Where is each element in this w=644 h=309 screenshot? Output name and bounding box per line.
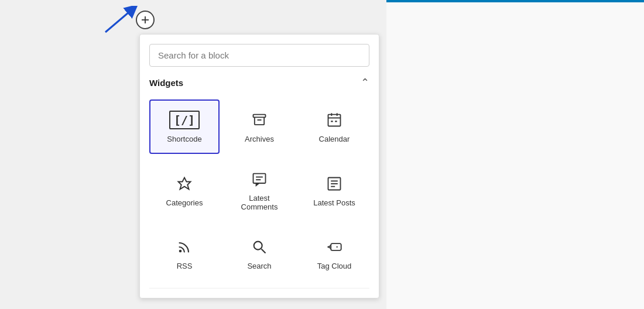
block-item-latest-comments[interactable]: Latest Comments xyxy=(224,159,294,222)
archives-icon xyxy=(251,110,268,130)
svg-line-0 xyxy=(105,9,133,32)
collapse-icon[interactable]: ⌃ xyxy=(361,76,369,89)
rss-icon xyxy=(176,237,193,257)
block-label-search: Search xyxy=(247,262,271,270)
svg-rect-9 xyxy=(331,121,333,122)
section-title: Widgets xyxy=(149,78,183,88)
svg-rect-5 xyxy=(328,115,341,126)
right-background xyxy=(386,0,644,309)
tag-cloud-icon xyxy=(326,237,342,257)
block-item-latest-posts[interactable]: Latest Posts xyxy=(299,159,369,222)
block-item-shortcode[interactable]: [/] Shortcode xyxy=(149,99,220,154)
svg-rect-12 xyxy=(254,174,266,183)
svg-point-20 xyxy=(254,242,262,250)
search-icon xyxy=(251,237,268,257)
block-label-latest-posts: Latest Posts xyxy=(313,198,355,207)
top-progress-bar xyxy=(386,0,644,2)
svg-rect-10 xyxy=(335,121,337,122)
block-item-rss[interactable]: RSS xyxy=(149,226,220,281)
block-label-latest-comments: Latest Comments xyxy=(230,194,289,211)
block-label-shortcode: Shortcode xyxy=(167,135,201,143)
latest-comments-icon xyxy=(251,169,268,189)
block-label-rss: RSS xyxy=(177,262,193,270)
categories-icon xyxy=(176,174,193,194)
block-item-tag-cloud[interactable]: Tag Cloud xyxy=(299,226,369,281)
block-label-archives: Archives xyxy=(245,135,274,143)
block-item-archives[interactable]: Archives xyxy=(224,99,294,154)
left-background xyxy=(0,0,123,309)
search-input[interactable] xyxy=(149,44,369,67)
svg-marker-11 xyxy=(179,177,191,189)
add-block-button[interactable] xyxy=(136,11,155,29)
svg-line-21 xyxy=(262,249,266,253)
block-label-categories: Categories xyxy=(166,198,203,207)
latest-posts-icon xyxy=(326,174,342,194)
block-item-categories[interactable]: Categories xyxy=(149,159,220,222)
block-item-calendar[interactable]: Calendar xyxy=(299,99,369,154)
block-label-calendar: Calendar xyxy=(319,135,350,143)
svg-point-22 xyxy=(337,246,338,248)
svg-rect-3 xyxy=(254,115,266,118)
shortcode-icon: [/] xyxy=(169,110,200,130)
svg-point-19 xyxy=(179,250,182,253)
block-inserter-panel: Widgets ⌃ [/] Shortcode Archives xyxy=(139,34,379,298)
arrow-indicator xyxy=(102,6,138,37)
block-label-tag-cloud: Tag Cloud xyxy=(317,262,352,270)
panel-divider xyxy=(149,288,369,289)
block-grid: [/] Shortcode Archives xyxy=(149,99,369,281)
calendar-icon xyxy=(326,110,342,130)
widgets-section-header: Widgets ⌃ xyxy=(149,76,369,91)
block-item-search[interactable]: Search xyxy=(224,226,294,281)
